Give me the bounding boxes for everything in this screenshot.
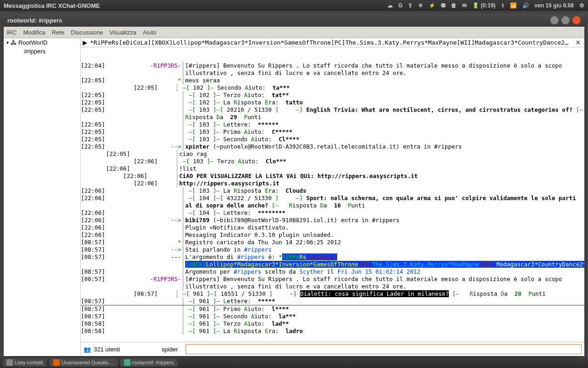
topic-text[interactable]: *RiPPeRs[eDiCoLa][XBOX]Lollipop*Madagasc… (90, 39, 571, 46)
session-icon[interactable]: ⚙ (579, 2, 584, 9)
tree-channel[interactable]: #rippers (4, 47, 80, 56)
close-tab-button[interactable]: ✕ (574, 39, 582, 46)
menu-visualizza[interactable]: Visualizza (109, 29, 136, 36)
pidgin-icon (6, 359, 13, 366)
nick-label[interactable]: spider (162, 346, 182, 353)
status-bar: 👥 321 utenti spider (81, 342, 584, 356)
menu-discussione[interactable]: Discussione (71, 29, 103, 36)
user-count-label: 321 utenti (94, 346, 120, 353)
indicator-icon[interactable]: ☁ (387, 2, 393, 9)
battery-indicator[interactable]: 🔋 (0:19) (472, 2, 495, 9)
upload-icon[interactable]: ⇧ (408, 2, 413, 9)
menu-modifica[interactable]: Modifica (23, 29, 45, 36)
server-label: RootWorlD (18, 39, 47, 46)
task-xchat-label: rootworld: #rippers (132, 360, 174, 365)
message-input[interactable] (186, 344, 582, 354)
user-count[interactable]: 👥 321 utenti (84, 346, 158, 353)
task-firefox-label: Unanswered Questio… (62, 360, 114, 365)
bluetooth-icon[interactable]: ᚼ (501, 2, 504, 9)
app-title: Messaggistica IRC XChat-GNOME (4, 2, 100, 9)
close-button[interactable] (572, 16, 581, 24)
channel-label: #rippers (24, 48, 45, 55)
tree-collapse-icon[interactable]: ▾ (6, 40, 9, 45)
minimize-button[interactable] (550, 16, 559, 24)
menu-rete[interactable]: Rete (52, 29, 64, 36)
dropbox-icon[interactable]: ⛃ (441, 2, 446, 9)
window-title: rootworld: #rippers (7, 17, 62, 24)
task-contacts[interactable]: Lista contatti (3, 358, 47, 367)
mail-icon[interactable]: ✉ (462, 2, 467, 9)
clock[interactable]: ven 15 giu 8.58 (535, 2, 574, 9)
users-icon: 👥 (84, 346, 91, 353)
task-contacts-label: Lista contatti (15, 360, 43, 365)
chat-log[interactable]: [22:04] -R1PP3RS-[#rippers] Benvenuto Su… (81, 47, 584, 342)
weather-icon[interactable]: ☀ (418, 2, 423, 9)
window-titlebar[interactable]: rootworld: #rippers (4, 14, 584, 27)
xchat-icon (124, 359, 130, 366)
network-icon: 🖧 (11, 39, 17, 46)
tree-server[interactable]: ▾ 🖧 RootWorlD (4, 38, 80, 47)
xchat-window: rootworld: #rippers IRC Modifica Rete Di… (4, 14, 584, 356)
menu-aiuto[interactable]: Aiuto (143, 29, 157, 36)
system-tray: ☁ G ⇧ ☀ ⚡ ⛃ 🗑 ✉ 🔋 (0:19) ᚼ 📶 🔊 ven 15 gi… (387, 2, 584, 9)
maximize-button[interactable] (561, 16, 570, 24)
firefox-icon (53, 359, 60, 366)
gnome-top-panel: Messaggistica IRC XChat-GNOME ☁ G ⇧ ☀ ⚡ … (0, 0, 588, 11)
menu-irc[interactable]: IRC (6, 29, 17, 36)
power-icon[interactable]: ⚡ (429, 2, 435, 9)
volume-icon[interactable]: 🔊 (522, 2, 529, 9)
task-firefox[interactable]: Unanswered Questio… (50, 358, 118, 367)
bottom-taskbar: Lista contatti Unanswered Questio… rootw… (0, 357, 588, 368)
menubar: IRC Modifica Rete Discussione Visualizza… (4, 27, 584, 38)
task-xchat[interactable]: rootworld: #rippers (120, 358, 178, 367)
server-tree: ▾ 🖧 RootWorlD #rippers (4, 38, 81, 356)
topic-bar: ▶ *RiPPeRs[eDiCoLa][XBOX]Lollipop*Madaga… (81, 38, 584, 47)
wifi-icon[interactable]: 📶 (510, 2, 517, 9)
topic-expand-icon[interactable]: ▶ (83, 39, 87, 46)
trash-icon[interactable]: 🗑 (451, 2, 457, 9)
indicator-icon[interactable]: G (398, 2, 402, 9)
